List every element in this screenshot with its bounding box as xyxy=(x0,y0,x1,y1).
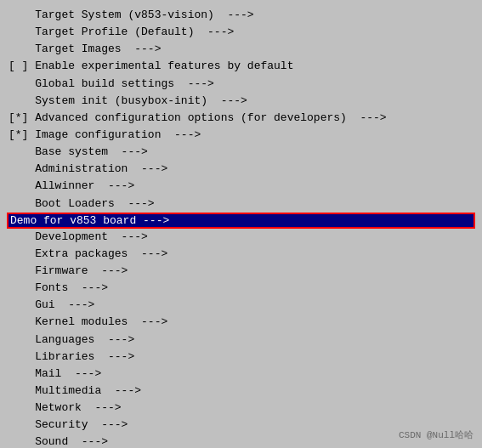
menu-line[interactable]: [ ] Enable experimental features by defa… xyxy=(9,58,473,75)
menu-line[interactable]: Mail ---> xyxy=(9,366,473,383)
menu-line[interactable]: Kernel modules ---> xyxy=(9,314,473,331)
menu-line[interactable]: [*] Image configuration ---> xyxy=(9,127,473,144)
menu-line[interactable]: Languages ---> xyxy=(9,332,473,349)
menu-line[interactable]: System init (busybox-init) ---> xyxy=(9,93,473,110)
menu-line[interactable]: Development ---> xyxy=(9,229,473,246)
menu-line[interactable]: Base system ---> xyxy=(9,144,473,161)
menu-line[interactable]: Gui ---> xyxy=(9,297,473,314)
menu-line[interactable]: Network ---> xyxy=(9,400,473,417)
highlighted-menu-item[interactable]: Demo for v853 board ---> xyxy=(7,213,475,229)
menu-line[interactable]: Administration ---> xyxy=(9,161,473,178)
menu-line[interactable]: [*] Advanced configuration options (for … xyxy=(9,110,473,127)
menu-line[interactable]: Libraries ---> xyxy=(9,349,473,366)
watermark: CSDN @Null哈哈 xyxy=(399,428,473,441)
menu-line[interactable]: Boot Loaders ---> xyxy=(9,196,473,213)
highlighted-item-text: Demo for v853 board ---> xyxy=(9,214,473,227)
menu-line[interactable]: Target Images ---> xyxy=(9,41,473,58)
menu-list[interactable]: Target System (v853-vision) ---> Target … xyxy=(9,7,473,448)
menu-line[interactable]: Target System (v853-vision) ---> xyxy=(9,7,473,24)
menu-line[interactable]: Extra packages ---> xyxy=(9,246,473,263)
menu-line[interactable]: Global build settings ---> xyxy=(9,76,473,93)
menu-line[interactable]: Firmware ---> xyxy=(9,263,473,280)
menu-line[interactable]: Target Profile (Default) ---> xyxy=(9,24,473,41)
menu-line[interactable]: Fonts ---> xyxy=(9,280,473,297)
menu-line[interactable]: Multimedia ---> xyxy=(9,383,473,400)
terminal-window: Target System (v853-vision) ---> Target … xyxy=(0,0,482,448)
menu-line[interactable]: Allwinner ---> xyxy=(9,178,473,195)
